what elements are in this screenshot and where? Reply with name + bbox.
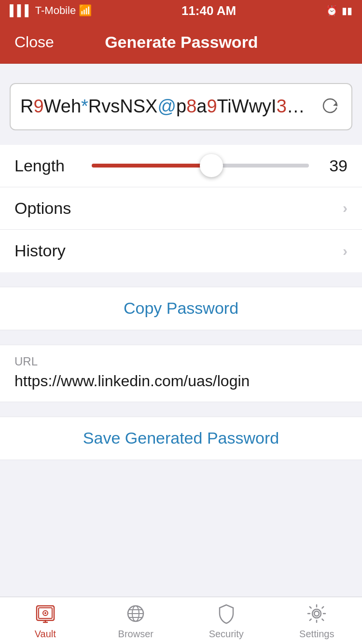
pw-ellipsis: … <box>287 96 305 116</box>
refresh-icon <box>320 96 340 115</box>
length-slider[interactable] <box>92 164 309 168</box>
status-bar: ▌▌▌ T-Mobile 📶 11:40 AM ⏰ ▮▮ <box>0 0 362 21</box>
password-text: R9Weh*RvsNSX@p8a9TiWwyI3… <box>11 84 316 129</box>
pw-TiWwyI: TiWwyI <box>217 96 277 116</box>
nav-bar: Close Generate Password <box>0 21 362 64</box>
svg-point-4 <box>44 612 46 614</box>
password-display-container: R9Weh*RvsNSX@p8a9TiWwyI3… <box>10 83 352 130</box>
options-label: Options <box>14 199 343 218</box>
carrier-label: T-Mobile <box>35 4 76 17</box>
status-time: 11:40 AM <box>181 3 236 18</box>
url-value: https://www.linkedin.com/uas/login <box>14 372 348 390</box>
tab-vault[interactable]: Vault <box>0 602 91 640</box>
save-password-section: Save Generated Password <box>0 417 362 460</box>
close-button[interactable]: Close <box>14 33 54 51</box>
save-password-button[interactable]: Save Generated Password <box>0 417 362 460</box>
pw-8: 8 <box>186 96 196 116</box>
security-icon <box>214 602 238 626</box>
settings-group: Length 39 Options › History › <box>0 145 362 272</box>
slider-thumb[interactable] <box>200 154 223 177</box>
settings-icon <box>305 602 329 626</box>
url-section: URL https://www.linkedin.com/uas/login <box>0 345 362 402</box>
pw-a: a <box>196 96 207 116</box>
signal-icon: ▌▌▌ <box>10 4 32 17</box>
tab-bar: Vault Browser Security <box>0 597 362 644</box>
status-right: ⏰ ▮▮ <box>326 5 352 16</box>
tab-browser[interactable]: Browser <box>91 602 181 640</box>
settings-tab-label: Settings <box>299 629 334 640</box>
length-value: 39 <box>319 156 348 175</box>
url-label: URL <box>14 355 348 368</box>
pw-R: R <box>20 96 33 116</box>
refresh-button[interactable] <box>316 84 351 129</box>
alarm-icon: ⏰ <box>326 5 338 16</box>
page-title: Generate Password <box>105 33 258 52</box>
browser-icon <box>124 602 148 626</box>
pw-star: * <box>81 96 88 116</box>
status-left: ▌▌▌ T-Mobile 📶 <box>10 4 92 17</box>
pw-9b: 9 <box>207 96 217 116</box>
browser-tab-label: Browser <box>118 629 153 640</box>
history-chevron-icon: › <box>343 243 348 259</box>
length-label: Length <box>14 156 82 175</box>
svg-point-12 <box>314 611 319 616</box>
vault-icon <box>33 602 57 626</box>
pw-p: p <box>176 96 186 116</box>
security-tab-label: Security <box>209 629 244 640</box>
save-password-label: Save Generated Password <box>83 429 279 448</box>
options-row[interactable]: Options › <box>0 187 362 230</box>
battery-icon: ▮▮ <box>342 5 352 16</box>
slider-track-fill <box>92 164 211 168</box>
pw-RvsNSX: RvsNSX <box>88 96 158 116</box>
svg-point-13 <box>312 609 321 618</box>
tab-security[interactable]: Security <box>181 602 272 640</box>
copy-password-section: Copy Password <box>0 287 362 330</box>
tab-settings[interactable]: Settings <box>272 602 362 640</box>
length-row: Length 39 <box>0 145 362 187</box>
wifi-icon: 📶 <box>79 4 92 17</box>
copy-password-button[interactable]: Copy Password <box>0 287 362 330</box>
pw-Weh: Weh <box>44 96 81 116</box>
vault-tab-label: Vault <box>35 629 56 640</box>
pw-at: @ <box>157 96 176 116</box>
history-label: History <box>14 241 343 260</box>
pw-9: 9 <box>33 96 43 116</box>
copy-password-label: Copy Password <box>124 299 238 318</box>
options-chevron-icon: › <box>343 200 348 216</box>
pw-3: 3 <box>277 96 287 116</box>
history-row[interactable]: History › <box>0 230 362 272</box>
